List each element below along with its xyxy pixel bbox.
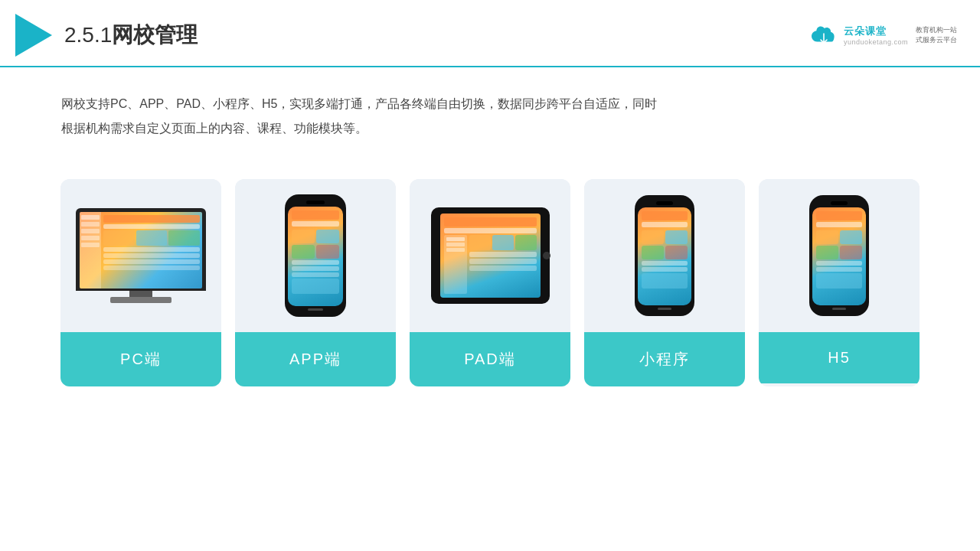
- card-h5: H5: [759, 179, 920, 386]
- card-label-pc: PC端: [60, 332, 221, 386]
- phone-mockup-h5: [809, 195, 869, 316]
- header: 2.5.1网校管理 云朵课堂 yunduoketang.com 教育机构一站式服…: [0, 0, 980, 67]
- card-label-h5: H5: [759, 332, 920, 383]
- mini-phone-outer-miniapp: [635, 195, 694, 316]
- brand-icon: 云朵课堂 yunduoketang.com 教育机构一站式服务云平台: [808, 24, 957, 46]
- mini-phone-notch-miniapp: [656, 201, 673, 205]
- device-image-app: [235, 179, 396, 332]
- title-number: 2.5.1: [64, 23, 112, 47]
- description-text: 网校支持PC、APP、PAD、小程序、H5，实现多端打通，产品各终端自由切换，数…: [0, 67, 689, 156]
- mini-phone-screen-miniapp: [638, 207, 691, 305]
- page-title: 2.5.1网校管理: [64, 21, 198, 50]
- card-app: APP端: [235, 179, 396, 386]
- cloud-icon: [808, 24, 839, 46]
- pc-screen-inner: [80, 212, 202, 289]
- device-image-miniapp: [584, 179, 745, 332]
- logo-triangle-icon: [15, 14, 52, 57]
- pc-mockup: [76, 208, 206, 303]
- mini-phone-outer-h5: [809, 195, 869, 316]
- card-label-miniapp: 小程序: [584, 332, 745, 386]
- brand-tagline: 教育机构一站式服务云平台: [916, 25, 957, 46]
- pc-screen-outer: [76, 208, 206, 291]
- card-pad: PAD端: [410, 179, 570, 386]
- phone-mockup-app: [285, 194, 346, 317]
- tablet-mockup: [431, 207, 550, 304]
- phone-mockup-miniapp: [635, 195, 694, 316]
- tablet-outer: [431, 207, 550, 304]
- phone-outer-app: [285, 194, 346, 317]
- brand-name: 云朵课堂 yunduoketang.com: [844, 24, 908, 46]
- brand-logo: 云朵课堂 yunduoketang.com 教育机构一站式服务云平台: [808, 24, 957, 46]
- tablet-screen: [440, 214, 541, 298]
- phone-notch-app: [306, 201, 325, 204]
- device-image-pad: [410, 179, 570, 332]
- cards-container: PC端: [0, 164, 980, 402]
- card-label-app: APP端: [235, 332, 396, 386]
- card-miniapp: 小程序: [584, 179, 745, 386]
- phone-screen-app: [288, 207, 343, 306]
- header-right: 云朵课堂 yunduoketang.com 教育机构一站式服务云平台: [808, 24, 957, 46]
- device-image-pc: [60, 179, 221, 332]
- device-image-h5: [759, 179, 920, 332]
- title-chinese: 网校管理: [112, 23, 198, 47]
- mini-phone-screen-h5: [812, 207, 866, 305]
- card-label-pad: PAD端: [410, 332, 570, 386]
- mini-phone-notch-h5: [831, 201, 848, 205]
- card-pc: PC端: [60, 179, 221, 386]
- header-left: 2.5.1网校管理: [15, 14, 198, 57]
